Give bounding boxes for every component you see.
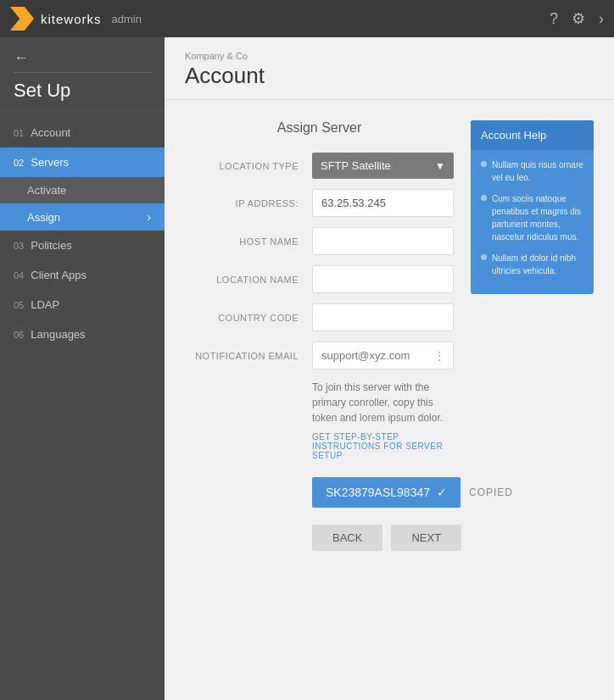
location-type-select-wrapper: SFTP Satellite FTP Local ▼ (312, 153, 454, 179)
host-name-control (312, 227, 454, 255)
notification-email-control: ⋮ (312, 342, 454, 369)
help-bullet-icon (481, 254, 487, 260)
back-button[interactable]: ← (14, 49, 151, 67)
sidebar-item-num: 01 (14, 128, 24, 138)
help-bullet-icon (481, 195, 487, 201)
instructions-link[interactable]: GET STEP-BY-STEP INSTRUCTIONS FOR SERVER… (312, 432, 454, 460)
sidebar: ← Set Up 01 Account 02 Servers Activate … (0, 37, 165, 700)
help-item-text: Nullam id dolor id nibh ultricies vehicu… (492, 252, 583, 277)
back-button[interactable]: BACK (312, 525, 382, 551)
sub-item-label: Activate (27, 184, 66, 197)
sidebar-sub-item-assign[interactable]: Assign › (0, 203, 165, 231)
help-item-2: Cum sociis natoque penatibus et magnis d… (481, 192, 583, 243)
sub-item-label: Assign (27, 211, 60, 224)
help-panel: Account Help Nullam quis risus ornare ve… (471, 120, 594, 551)
arrow-right-icon: › (147, 210, 151, 224)
help-item-text: Nullam quis risus ornare vel eu leo. (492, 158, 583, 184)
sidebar-navigation: 01 Account 02 Servers Activate Assign › (0, 111, 165, 356)
sidebar-item-policies[interactable]: 03 Politcies (0, 231, 165, 260)
host-name-label: HOST NAME (185, 236, 312, 247)
section-title: Assign Server (185, 120, 454, 136)
location-type-select[interactable]: SFTP Satellite FTP Local (312, 153, 454, 179)
sidebar-item-num: 02 (14, 158, 24, 168)
country-code-label: COUNTRY CODE (185, 313, 312, 323)
form-row-host-name: HOST NAME (185, 227, 454, 255)
content-body: Assign Server LOCATION TYPE SFTP Satelli… (165, 100, 614, 571)
ip-address-control (312, 189, 454, 217)
logo-area: kiteworks admin (10, 7, 142, 31)
nav-actions: ? ⚙ › (550, 9, 604, 28)
sidebar-item-num: 04 (14, 270, 24, 281)
sidebar-sub-item-activate[interactable]: Activate (0, 177, 165, 203)
sidebar-title: Set Up (14, 80, 70, 101)
location-name-control (312, 265, 454, 293)
sidebar-header: ← Set Up (0, 37, 165, 111)
form-panel: Assign Server LOCATION TYPE SFTP Satelli… (185, 120, 454, 551)
notification-email-input[interactable] (312, 342, 454, 369)
content-area: Kompany & Co Account Assign Server LOCAT… (165, 37, 614, 700)
sidebar-item-num: 05 (14, 300, 24, 310)
form-row-ip-address: IP ADDRESS: (185, 189, 454, 217)
sidebar-item-label: Account (31, 126, 70, 139)
sidebar-item-label: LDAP (31, 298, 59, 311)
expand-icon[interactable]: › (599, 10, 604, 28)
help-item-text: Cum sociis natoque penatibus et magnis d… (492, 192, 583, 243)
location-name-label: LOCATION NAME (185, 275, 312, 285)
sidebar-item-label: Languages (31, 328, 85, 341)
check-icon: ✓ (437, 486, 447, 499)
sidebar-item-label: Servers (31, 156, 69, 169)
page-title: Account (185, 63, 594, 89)
sidebar-item-ldap[interactable]: 05 LDAP (0, 290, 165, 319)
location-type-label: LOCATION TYPE (185, 161, 312, 171)
admin-label: admin (112, 13, 142, 25)
main-layout: ← Set Up 01 Account 02 Servers Activate … (0, 37, 614, 700)
ip-address-input[interactable] (312, 189, 454, 217)
form-row-location-type: LOCATION TYPE SFTP Satellite FTP Local ▼ (185, 153, 454, 179)
country-code-input[interactable] (312, 303, 454, 331)
token-value: SK23879ASL98347 (326, 486, 430, 499)
info-text: To join this server with the primary con… (312, 380, 454, 425)
logo-icon (10, 7, 34, 31)
sidebar-item-num: 06 (14, 330, 24, 340)
help-card: Account Help Nullam quis risus ornare ve… (471, 120, 594, 294)
help-item-1: Nullam quis risus ornare vel eu leo. (481, 158, 583, 184)
help-item-3: Nullam id dolor id nibh ultricies vehicu… (481, 252, 583, 277)
country-code-control (312, 303, 454, 331)
sidebar-item-languages[interactable]: 06 Languages (0, 319, 165, 349)
help-icon[interactable]: ? (550, 10, 558, 28)
sidebar-item-servers[interactable]: 02 Servers (0, 147, 165, 177)
host-name-input[interactable] (312, 227, 454, 255)
token-row: SK23879ASL98347 ✓ COPIED (312, 477, 454, 508)
breadcrumb: Kompany & Co (185, 51, 594, 61)
token-button[interactable]: SK23879ASL98347 ✓ (312, 477, 460, 508)
sidebar-item-label: Politcies (31, 239, 71, 252)
form-row-location-name: LOCATION NAME (185, 265, 454, 293)
help-card-title: Account Help (471, 120, 594, 150)
notification-email-label: NOTIFICATION EMAIL (185, 351, 312, 361)
ip-address-label: IP ADDRESS: (185, 198, 312, 208)
location-name-input[interactable] (312, 265, 454, 293)
sidebar-item-account[interactable]: 01 Account (0, 118, 165, 147)
sidebar-item-label: Client Apps (31, 269, 87, 281)
sidebar-item-client-apps[interactable]: 04 Client Apps (0, 260, 165, 290)
sidebar-item-num: 03 (14, 241, 24, 251)
form-actions: BACK NEXT (312, 525, 454, 551)
top-navigation: kiteworks admin ? ⚙ › (0, 0, 614, 37)
help-bullet-icon (481, 161, 487, 167)
logo-text: kiteworks (41, 12, 102, 26)
notification-email-wrapper: ⋮ (312, 342, 454, 369)
form-row-notification-email: NOTIFICATION EMAIL ⋮ (185, 342, 454, 369)
email-menu-icon: ⋮ (433, 349, 445, 363)
form-row-country-code: COUNTRY CODE (185, 303, 454, 331)
settings-icon[interactable]: ⚙ (572, 9, 585, 28)
next-button[interactable]: NEXT (391, 525, 461, 551)
location-type-control: SFTP Satellite FTP Local ▼ (312, 153, 454, 179)
content-header: Kompany & Co Account (165, 37, 614, 100)
sidebar-sub-menu: Activate Assign › (0, 177, 165, 231)
help-card-body: Nullam quis risus ornare vel eu leo. Cum… (471, 150, 594, 294)
